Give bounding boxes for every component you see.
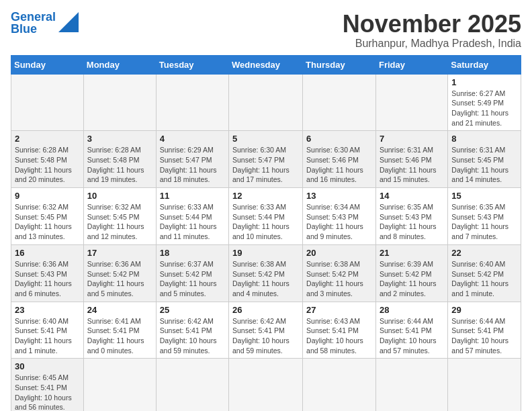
col-saturday: Saturday bbox=[448, 55, 521, 74]
col-sunday: Sunday bbox=[11, 55, 84, 74]
day-number: 7 bbox=[380, 134, 444, 144]
day-number: 19 bbox=[232, 248, 299, 258]
day-info: Sunrise: 6:30 AM Sunset: 5:46 PM Dayligh… bbox=[306, 145, 372, 185]
day-number: 16 bbox=[15, 248, 80, 258]
day-info: Sunrise: 6:37 AM Sunset: 5:42 PM Dayligh… bbox=[160, 259, 225, 299]
day-info: Sunrise: 6:32 AM Sunset: 5:45 PM Dayligh… bbox=[15, 202, 80, 242]
logo-text: GeneralBlue bbox=[11, 11, 56, 35]
day-info: Sunrise: 6:28 AM Sunset: 5:48 PM Dayligh… bbox=[87, 145, 152, 185]
day-number: 20 bbox=[306, 248, 372, 258]
table-row: 13Sunrise: 6:34 AM Sunset: 5:43 PM Dayli… bbox=[303, 188, 376, 245]
day-number: 5 bbox=[232, 134, 299, 144]
table-row: 22Sunrise: 6:40 AM Sunset: 5:42 PM Dayli… bbox=[448, 244, 521, 302]
day-number: 13 bbox=[306, 191, 372, 201]
table-row bbox=[156, 359, 228, 411]
day-number: 8 bbox=[451, 134, 517, 144]
table-row: 24Sunrise: 6:41 AM Sunset: 5:41 PM Dayli… bbox=[83, 302, 156, 359]
table-row: 19Sunrise: 6:38 AM Sunset: 5:42 PM Dayli… bbox=[229, 244, 303, 302]
day-info: Sunrise: 6:27 AM Sunset: 5:49 PM Dayligh… bbox=[451, 89, 517, 128]
table-row: 26Sunrise: 6:42 AM Sunset: 5:41 PM Dayli… bbox=[229, 302, 303, 359]
calendar-week-row: 9Sunrise: 6:32 AM Sunset: 5:45 PM Daylig… bbox=[11, 188, 521, 245]
table-row: 6Sunrise: 6:30 AM Sunset: 5:46 PM Daylig… bbox=[303, 131, 376, 188]
table-row: 7Sunrise: 6:31 AM Sunset: 5:46 PM Daylig… bbox=[375, 131, 447, 188]
day-number: 9 bbox=[15, 191, 80, 201]
calendar-week-row: 23Sunrise: 6:40 AM Sunset: 5:41 PM Dayli… bbox=[11, 302, 521, 359]
table-row: 8Sunrise: 6:31 AM Sunset: 5:45 PM Daylig… bbox=[448, 131, 521, 188]
table-row bbox=[11, 74, 84, 131]
day-info: Sunrise: 6:36 AM Sunset: 5:43 PM Dayligh… bbox=[15, 259, 80, 299]
table-row bbox=[375, 74, 447, 131]
day-info: Sunrise: 6:34 AM Sunset: 5:43 PM Dayligh… bbox=[306, 202, 372, 242]
table-row: 29Sunrise: 6:44 AM Sunset: 5:41 PM Dayli… bbox=[448, 302, 521, 359]
day-number: 2 bbox=[15, 134, 80, 144]
calendar-week-row: 1Sunrise: 6:27 AM Sunset: 5:49 PM Daylig… bbox=[11, 74, 521, 131]
table-row: 4Sunrise: 6:29 AM Sunset: 5:47 PM Daylig… bbox=[156, 131, 228, 188]
svg-marker-0 bbox=[58, 12, 79, 32]
table-row: 1Sunrise: 6:27 AM Sunset: 5:49 PM Daylig… bbox=[448, 74, 521, 131]
table-row: 23Sunrise: 6:40 AM Sunset: 5:41 PM Dayli… bbox=[11, 302, 84, 359]
day-info: Sunrise: 6:35 AM Sunset: 5:43 PM Dayligh… bbox=[380, 202, 444, 242]
table-row bbox=[303, 359, 376, 411]
day-info: Sunrise: 6:38 AM Sunset: 5:42 PM Dayligh… bbox=[306, 259, 372, 299]
day-info: Sunrise: 6:36 AM Sunset: 5:42 PM Dayligh… bbox=[87, 259, 152, 299]
day-number: 10 bbox=[87, 191, 152, 201]
table-row: 25Sunrise: 6:42 AM Sunset: 5:41 PM Dayli… bbox=[156, 302, 228, 359]
day-number: 12 bbox=[232, 191, 299, 201]
day-number: 23 bbox=[15, 305, 80, 315]
table-row bbox=[156, 74, 228, 131]
day-info: Sunrise: 6:35 AM Sunset: 5:43 PM Dayligh… bbox=[451, 202, 517, 242]
day-number: 29 bbox=[451, 305, 517, 315]
table-row bbox=[229, 74, 303, 131]
calendar-header-row: Sunday Monday Tuesday Wednesday Thursday… bbox=[11, 55, 521, 74]
day-info: Sunrise: 6:42 AM Sunset: 5:41 PM Dayligh… bbox=[232, 316, 299, 356]
day-number: 21 bbox=[380, 248, 444, 258]
day-number: 18 bbox=[160, 248, 225, 258]
table-row: 21Sunrise: 6:39 AM Sunset: 5:42 PM Dayli… bbox=[375, 244, 447, 302]
calendar-week-row: 2Sunrise: 6:28 AM Sunset: 5:48 PM Daylig… bbox=[11, 131, 521, 188]
table-row: 20Sunrise: 6:38 AM Sunset: 5:42 PM Dayli… bbox=[303, 244, 376, 302]
day-info: Sunrise: 6:29 AM Sunset: 5:47 PM Dayligh… bbox=[160, 145, 225, 185]
col-friday: Friday bbox=[375, 55, 447, 74]
day-number: 24 bbox=[87, 305, 152, 315]
day-number: 11 bbox=[160, 191, 225, 201]
day-info: Sunrise: 6:32 AM Sunset: 5:45 PM Dayligh… bbox=[87, 202, 152, 242]
day-info: Sunrise: 6:43 AM Sunset: 5:41 PM Dayligh… bbox=[306, 316, 372, 356]
day-info: Sunrise: 6:44 AM Sunset: 5:41 PM Dayligh… bbox=[451, 316, 517, 356]
day-number: 6 bbox=[306, 134, 372, 144]
calendar-week-row: 16Sunrise: 6:36 AM Sunset: 5:43 PM Dayli… bbox=[11, 244, 521, 302]
day-number: 26 bbox=[232, 305, 299, 315]
day-info: Sunrise: 6:33 AM Sunset: 5:44 PM Dayligh… bbox=[232, 202, 299, 242]
day-info: Sunrise: 6:42 AM Sunset: 5:41 PM Dayligh… bbox=[160, 316, 225, 356]
table-row: 17Sunrise: 6:36 AM Sunset: 5:42 PM Dayli… bbox=[83, 244, 156, 302]
day-number: 17 bbox=[87, 248, 152, 258]
day-info: Sunrise: 6:44 AM Sunset: 5:41 PM Dayligh… bbox=[380, 316, 444, 356]
day-info: Sunrise: 6:31 AM Sunset: 5:46 PM Dayligh… bbox=[380, 145, 444, 185]
day-info: Sunrise: 6:41 AM Sunset: 5:41 PM Dayligh… bbox=[87, 316, 152, 356]
table-row: 3Sunrise: 6:28 AM Sunset: 5:48 PM Daylig… bbox=[83, 131, 156, 188]
table-row: 11Sunrise: 6:33 AM Sunset: 5:44 PM Dayli… bbox=[156, 188, 228, 245]
table-row: 9Sunrise: 6:32 AM Sunset: 5:45 PM Daylig… bbox=[11, 188, 84, 245]
day-number: 30 bbox=[15, 361, 80, 371]
table-row bbox=[375, 359, 447, 411]
day-number: 25 bbox=[160, 305, 225, 315]
table-row: 10Sunrise: 6:32 AM Sunset: 5:45 PM Dayli… bbox=[83, 188, 156, 245]
table-row bbox=[303, 74, 376, 131]
table-row: 28Sunrise: 6:44 AM Sunset: 5:41 PM Dayli… bbox=[375, 302, 447, 359]
day-number: 3 bbox=[87, 134, 152, 144]
day-number: 28 bbox=[380, 305, 444, 315]
day-number: 4 bbox=[160, 134, 225, 144]
day-info: Sunrise: 6:40 AM Sunset: 5:42 PM Dayligh… bbox=[451, 259, 517, 299]
table-row: 12Sunrise: 6:33 AM Sunset: 5:44 PM Dayli… bbox=[229, 188, 303, 245]
calendar-week-row: 30Sunrise: 6:45 AM Sunset: 5:41 PM Dayli… bbox=[11, 359, 521, 411]
logo: GeneralBlue bbox=[11, 11, 79, 35]
day-info: Sunrise: 6:33 AM Sunset: 5:44 PM Dayligh… bbox=[160, 202, 225, 242]
col-monday: Monday bbox=[83, 55, 156, 74]
table-row: 27Sunrise: 6:43 AM Sunset: 5:41 PM Dayli… bbox=[303, 302, 376, 359]
table-row: 16Sunrise: 6:36 AM Sunset: 5:43 PM Dayli… bbox=[11, 244, 84, 302]
month-title: November 2025 bbox=[343, 11, 521, 38]
day-number: 22 bbox=[451, 248, 517, 258]
subtitle: Burhanpur, Madhya Pradesh, India bbox=[343, 38, 521, 50]
day-info: Sunrise: 6:45 AM Sunset: 5:41 PM Dayligh… bbox=[15, 373, 80, 411]
col-tuesday: Tuesday bbox=[156, 55, 228, 74]
table-row: 14Sunrise: 6:35 AM Sunset: 5:43 PM Dayli… bbox=[375, 188, 447, 245]
